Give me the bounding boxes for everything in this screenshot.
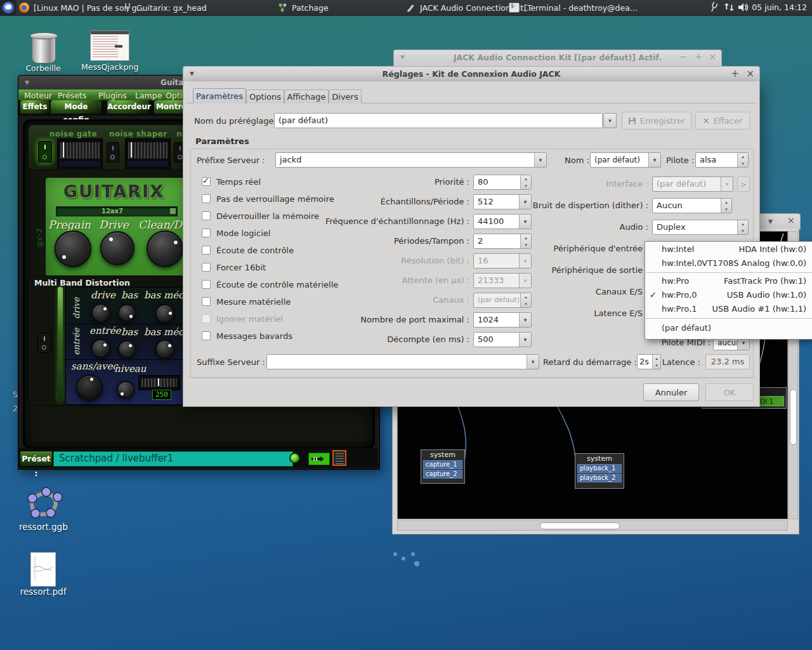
qjackctl-icon xyxy=(406,3,416,13)
tuning-fork-icon xyxy=(123,3,132,13)
patchage-icon xyxy=(278,3,287,13)
taskbar-item-label: Patchage xyxy=(292,3,329,13)
taskbar-item-terminal[interactable]: $- [Terminal - deathtroy@dea... xyxy=(509,0,638,15)
taskbar-item-label: [Terminal - deathtroy@dea... xyxy=(524,3,638,13)
firefox-icon xyxy=(19,3,29,13)
terminal-icon: $- xyxy=(509,3,520,13)
speaker-icon xyxy=(738,2,750,13)
taskbar-item-guitarix[interactable]: Guitarix: gx_head xyxy=(123,0,207,15)
tray-guitarix-icon[interactable] xyxy=(709,2,719,15)
panel-clock[interactable]: 05 juin, 14:12 xyxy=(752,3,807,12)
tuning-fork-icon xyxy=(707,1,721,15)
taskbar-item-patchage[interactable]: Patchage xyxy=(278,0,329,15)
distro-menu-icon xyxy=(3,2,14,13)
taskbar-item-label: Guitarix: gx_head xyxy=(136,3,207,13)
app-menu-button[interactable] xyxy=(0,0,16,15)
top-panel: [Linux MAO | Pas de son g... Guitarix: g… xyxy=(0,0,812,650)
tray-volume-icon[interactable] xyxy=(738,2,750,15)
tray-network-icon[interactable]: ↑ ↓ xyxy=(723,1,736,14)
download-arrow-icon: ↓ xyxy=(728,3,735,13)
